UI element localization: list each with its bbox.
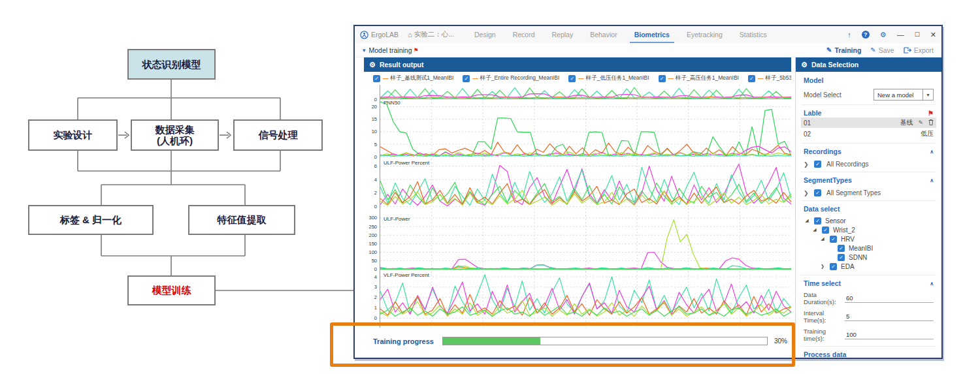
- tree-item-label: Wrist_2: [833, 226, 855, 234]
- all-recordings-row[interactable]: ❯ ✓ All Recordings: [804, 161, 934, 168]
- collapse-caret-icon[interactable]: ∧: [930, 178, 934, 183]
- legend-item[interactable]: ✓—样子_基线测试1_MeanIBI: [373, 74, 453, 82]
- delete-trash-icon[interactable]: [928, 119, 934, 127]
- tab-statistics[interactable]: Statistics: [731, 26, 776, 43]
- maximize-button[interactable]: ☐: [915, 31, 920, 38]
- tab-replay[interactable]: Replay: [544, 26, 582, 43]
- pin-up-icon[interactable]: ↑: [847, 31, 851, 39]
- checkbox-checked[interactable]: ✓: [748, 75, 755, 82]
- help-icon[interactable]: ?: [862, 31, 870, 39]
- y-tick-label: 0: [374, 204, 377, 210]
- y-tick-label: 2: [374, 190, 377, 196]
- all-segment-types-row[interactable]: ❯ ✓ All Segment Types: [804, 189, 934, 196]
- model-select-value: New a model: [874, 89, 923, 100]
- tree-item-wrist_2[interactable]: ◢✓Wrist_2: [804, 225, 934, 234]
- tree-item-sdnn[interactable]: ✓SDNN: [804, 253, 934, 262]
- collapse-caret-icon[interactable]: ∧: [930, 281, 934, 287]
- edit-pencil-icon[interactable]: ✎: [918, 119, 923, 126]
- chart-title: PNN50: [384, 100, 400, 106]
- time-field-input[interactable]: [845, 330, 934, 339]
- add-label-icon[interactable]: ⚑: [928, 110, 934, 117]
- legend-line-swatch: —: [578, 75, 583, 82]
- time-field-input[interactable]: [845, 312, 934, 321]
- y-tick-label: 6: [374, 163, 377, 169]
- model-select-dropdown[interactable]: New a model ▼: [874, 89, 934, 101]
- tree-item-meanibi[interactable]: ✓MeanIBI: [804, 243, 934, 253]
- close-button[interactable]: ✕: [930, 31, 936, 39]
- tab-biometrics[interactable]: Biometrics: [626, 26, 678, 43]
- collapse-caret-icon[interactable]: ∧: [930, 149, 934, 155]
- legend-line-swatch: —: [668, 75, 674, 82]
- minimize-button[interactable]: —: [897, 31, 904, 39]
- tab-record[interactable]: Record: [504, 26, 544, 43]
- y-tick-label: 100: [368, 249, 377, 255]
- checkbox-checked[interactable]: ✓: [659, 75, 666, 82]
- checkbox-checked[interactable]: ✓: [463, 75, 470, 82]
- tab-behavior[interactable]: Behavior: [581, 26, 625, 43]
- all-recordings-label: All Recordings: [826, 161, 868, 168]
- chevron-down-icon[interactable]: ▾: [363, 47, 366, 54]
- checkbox-checked[interactable]: ✓: [814, 217, 821, 225]
- flow-node-label: (人机环): [157, 135, 193, 146]
- breadcrumb[interactable]: Model training: [369, 46, 412, 54]
- tree-expander-icon[interactable]: ◢: [819, 236, 826, 242]
- recordings-section-heading: Recordings∧: [804, 148, 934, 155]
- checkbox-checked[interactable]: ✓: [373, 75, 380, 82]
- data-selection-header: ⚙ Data Selection: [796, 57, 941, 72]
- y-axis: 01234: [364, 272, 380, 328]
- plot-area: ULF-Power Percent: [380, 159, 791, 215]
- export-button[interactable]: Export: [904, 46, 934, 54]
- tree-item-label: HRV: [841, 236, 855, 243]
- checkbox-checked[interactable]: ✓: [822, 226, 829, 234]
- legend-item[interactable]: ✓—样子_高压任务1_MeanIBI: [659, 74, 739, 82]
- training-progress-percent: 30%: [774, 337, 787, 345]
- checkbox-checked[interactable]: ✓: [838, 245, 845, 252]
- flow-node-data-collection: 数据采集(人机环): [131, 119, 219, 151]
- flow-node-feature-extraction: 特征值提取: [188, 205, 295, 235]
- tree-item-sensor[interactable]: ◢✓Sensor: [804, 216, 934, 225]
- checkbox-checked[interactable]: ✓: [830, 263, 837, 270]
- checkbox-checked[interactable]: ✓: [838, 254, 845, 261]
- gear-icon: ⚙: [369, 61, 376, 69]
- checkbox-checked[interactable]: ✓: [568, 75, 576, 82]
- save-button[interactable]: ✎Save: [870, 46, 894, 54]
- y-tick-label: 10: [372, 129, 377, 134]
- legend-item[interactable]: ✓—样子_5b53f75128c0c_MeanIBI: [748, 74, 791, 82]
- flow-node-experiment-design: 实验设计: [28, 119, 118, 151]
- legend-item[interactable]: ✓—样子_低压任务1_MeanIBI: [568, 74, 649, 82]
- legend-label: 样子_Entire Recording_MeanIBI: [480, 74, 559, 82]
- checkbox-checked[interactable]: ✓: [814, 189, 821, 196]
- training-button[interactable]: ✎Training: [826, 46, 861, 54]
- project-switcher[interactable]: ⌂ 实验二：心...: [408, 30, 454, 39]
- data-selection-body: Model Model Select New a model ▼ Lable⚑ …: [796, 72, 941, 358]
- expand-arrow-icon[interactable]: ❯: [804, 161, 809, 168]
- tree-item-hrv[interactable]: ◢✓HRV: [804, 234, 934, 243]
- time-field-row: Training time(s):: [804, 328, 934, 342]
- tree-expander-icon[interactable]: ◢: [811, 227, 818, 232]
- y-tick-label: 15: [372, 116, 377, 122]
- chart-meanibi-cropped: 0: [364, 85, 791, 99]
- label-row-01[interactable]: 01基线✎: [801, 117, 936, 128]
- legend-item[interactable]: ✓—样子_Entire Recording_MeanIBI: [463, 74, 559, 82]
- flow-node-state-recognition-model: 状态识别模型: [127, 49, 216, 80]
- model-select-label: Model Select: [804, 91, 874, 99]
- time-field-input[interactable]: [845, 294, 934, 303]
- checkbox-checked[interactable]: ✓: [830, 236, 837, 243]
- tree-expander-icon[interactable]: ◢: [804, 218, 810, 223]
- checkbox-checked[interactable]: ✓: [814, 161, 821, 168]
- pencil-icon: ✎: [870, 46, 875, 54]
- result-output-header: ⚙ Result output: [364, 57, 791, 72]
- time-field-label: Training time(s):: [804, 328, 845, 342]
- result-output-title: Result output: [380, 61, 424, 69]
- flow-node-label: 状态识别模型: [142, 59, 201, 70]
- label-row-02[interactable]: 02低压: [801, 129, 936, 139]
- tree-expander-icon[interactable]: ❯: [819, 264, 826, 269]
- settings-gear-icon[interactable]: ⚙: [880, 31, 887, 39]
- tab-design[interactable]: Design: [466, 26, 504, 43]
- chart-title: ULF-Power: [384, 216, 410, 222]
- y-tick-label: 1: [374, 305, 377, 311]
- expand-arrow-icon[interactable]: ❯: [804, 190, 809, 196]
- app-brand: ErgoLAB: [360, 31, 399, 39]
- tab-eyetracking[interactable]: Eyetracking: [678, 26, 731, 43]
- tree-item-eda[interactable]: ❯✓EDA: [804, 262, 934, 271]
